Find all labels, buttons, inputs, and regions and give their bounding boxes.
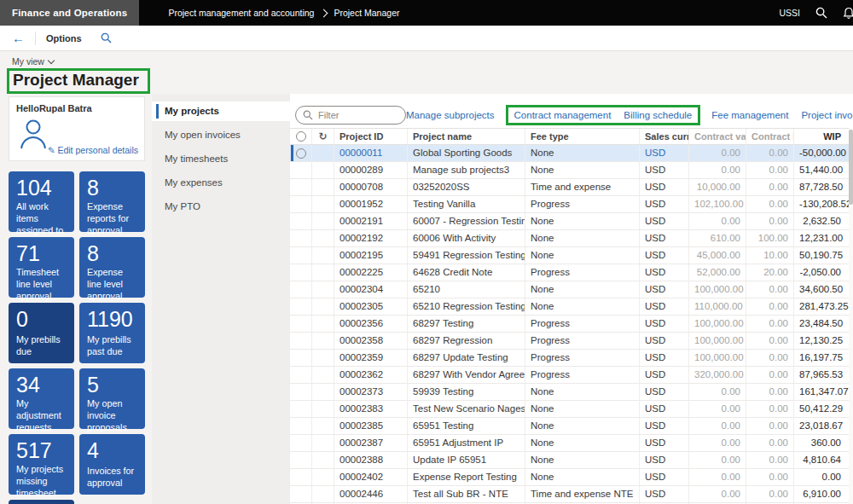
cell-project-id[interactable]: 00002356 [334,316,408,332]
command-search-icon[interactable] [101,32,112,43]
cell-sales-currency[interactable]: USD [640,435,689,451]
cell-project-id[interactable]: 00002362 [334,367,408,383]
table-row[interactable]: 0000219160007 - Regression TestingNoneUS… [290,213,849,230]
cell-sales-currency[interactable]: USD [640,316,689,332]
kpi-tile[interactable] [9,500,74,504]
view-selector[interactable]: My view [12,56,54,67]
kpi-tile[interactable]: 517My projects missing timesheet [9,434,74,495]
kpi-tile[interactable]: 71Timesheet line level approval [9,237,74,298]
table-row[interactable]: 0000230565210 Regression TestingNoneUSD1… [290,298,849,316]
table-row[interactable]: 00000289Manage sub projects3NoneUSD0.000… [290,162,849,179]
row-select[interactable] [290,247,312,264]
action-link-manage-subprojects[interactable]: Manage subprojects [406,110,495,120]
cell-sales-currency[interactable]: USD [640,469,689,485]
table-row[interactable]: 0000235668297 TestingProgressUSD100,000.… [290,316,849,333]
cell-sales-currency[interactable]: USD [640,333,689,349]
cell-project-id[interactable]: 00002359 [334,350,408,366]
cell-sales-currency[interactable]: USD [640,281,689,298]
kpi-tile[interactable]: 1190My prebills past due [79,303,145,363]
breadcrumb-module[interactable]: Project management and accounting [168,8,314,18]
action-link-fee-management[interactable]: Fee management [711,110,788,120]
row-select[interactable] [290,452,312,468]
row-select[interactable] [290,145,312,161]
row-select[interactable] [290,264,312,281]
cell-project-id[interactable]: 00000289 [334,162,408,178]
cell-project-id[interactable]: 00002304 [334,281,408,298]
search-icon[interactable] [815,7,827,19]
back-button[interactable]: ← [12,31,25,45]
cell-sales-currency[interactable]: USD [640,230,689,246]
table-row[interactable]: 0000235968297 Update TestingProgressUSD1… [290,350,849,367]
col-wip[interactable]: WIP [794,129,849,144]
row-select[interactable] [290,367,312,383]
cell-project-id[interactable]: 00002383 [334,401,408,417]
table-row[interactable]: 00002446Test all Sub BR - NTETime and ex… [290,486,849,503]
bell-icon[interactable] [843,7,853,20]
grid-scrollbar[interactable] [849,128,853,504]
kpi-tile[interactable]: 8Expense line level approval [79,237,145,298]
table-row[interactable]: 0000070803252020SSTime and expenseUSD10,… [290,179,849,196]
col-contract-value[interactable]: Contract value [689,129,746,144]
company-picker[interactable]: USSI [779,8,800,18]
kpi-tile[interactable]: 8Expense reports for approval [79,171,145,232]
table-row[interactable]: 0000238565951 TestingNoneUSD0.000.0023,0… [290,418,849,435]
cell-project-id[interactable]: 00002191 [334,213,408,229]
row-select[interactable] [290,230,312,246]
cell-project-id[interactable]: 00002358 [334,333,408,349]
row-select[interactable] [290,333,312,349]
cell-project-id[interactable]: 00002385 [334,418,408,434]
cell-sales-currency[interactable]: USD [640,367,689,383]
row-select[interactable] [290,435,312,451]
cell-sales-currency[interactable]: USD [640,145,689,161]
row-select[interactable] [290,298,312,315]
cell-project-id[interactable]: 00002305 [334,298,408,315]
cell-sales-currency[interactable]: USD [640,298,689,315]
action-link-contract-management[interactable]: Contract management [514,110,612,120]
cell-project-id[interactable]: 00001952 [334,196,408,212]
cell-project-id[interactable]: 00000708 [334,179,408,195]
kpi-tile[interactable]: 104All work items assigned to me [9,171,74,232]
table-row[interactable]: 00002383Test New Scenario NageshaNoneUSD… [290,401,849,418]
cell-project-id[interactable]: 00002192 [334,230,408,246]
cell-sales-currency[interactable]: USD [640,452,689,468]
cell-sales-currency[interactable]: USD [640,162,689,178]
nav-item-my-pto[interactable]: My PTO [152,197,290,217]
kpi-tile[interactable]: 34My adjustment requests [9,368,74,429]
table-row[interactable]: 00001952Testing VanillaProgressUSD102,10… [290,196,849,213]
kpi-tile[interactable]: 0My prebills due [9,303,74,363]
select-all-checkbox[interactable] [290,129,312,144]
cell-sales-currency[interactable]: USD [640,264,689,281]
row-select[interactable] [290,418,312,434]
col-project-id[interactable]: Project ID [334,129,408,144]
col-contract-hours[interactable]: Contract hours [746,129,794,144]
table-row[interactable]: 0000230465210NoneUSD100,000.000.0034,600… [290,281,849,298]
row-select[interactable] [290,486,312,502]
table-row[interactable]: 0000219260006 With ActivityNoneUSD610.00… [290,230,849,247]
row-select[interactable] [290,179,312,195]
grid-scrollbar-thumb[interactable] [849,130,853,205]
table-row[interactable]: 00000011Global Sporting GoodsNoneUSD0.00… [290,145,849,162]
cell-project-id[interactable]: 00002402 [334,469,408,485]
cell-sales-currency[interactable]: USD [640,401,689,417]
cell-sales-currency[interactable]: USD [640,179,689,195]
table-row[interactable]: 0000237359939 TestingNoneUSD0.000.00161,… [290,384,849,401]
table-row[interactable]: 00002388Update IP 65951NoneUSD0.000.004,… [290,452,849,469]
nav-item-my-expenses[interactable]: My expenses [152,173,290,193]
cell-project-id[interactable]: 00002225 [334,264,408,281]
cell-sales-currency[interactable]: USD [640,196,689,212]
col-fee-type[interactable]: Fee type [525,129,640,144]
cell-project-id[interactable]: 00000011 [334,145,408,161]
options-menu[interactable]: Options [46,33,82,43]
cell-project-id[interactable]: 00002373 [334,384,408,400]
col-project-name[interactable]: Project name [408,129,525,144]
table-row[interactable]: 0000235868297 RegressionProgressUSD100,0… [290,333,849,350]
row-select[interactable] [290,469,312,485]
row-select[interactable] [290,350,312,366]
cell-project-id[interactable]: 00002387 [334,435,408,451]
nav-item-my-open-invoices[interactable]: My open invoices [152,125,290,145]
filter-input[interactable] [318,110,395,120]
row-select[interactable] [290,384,312,400]
cell-sales-currency[interactable]: USD [640,486,689,502]
table-row[interactable]: 0000219559491 Regression TestingNoneUSD4… [290,247,849,264]
col-sales-currency[interactable]: Sales currency [640,129,689,144]
